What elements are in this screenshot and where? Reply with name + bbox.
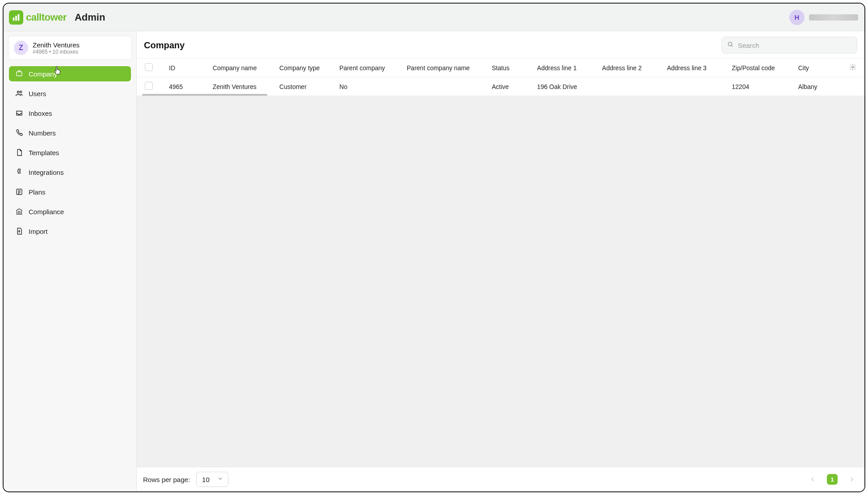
rows-per-page-value: 10 [202,476,210,483]
cell-company-type: Customer [271,77,331,96]
pager-prev[interactable] [806,473,819,486]
cell-city: Albany [790,77,841,96]
header-title: Admin [75,12,105,23]
col-city[interactable]: City [790,59,841,77]
rows-per-page-select[interactable]: 10 [196,472,228,487]
cell-company-name: Zenith Ventures [205,77,271,96]
col-company-name[interactable]: Company name [205,59,271,77]
sidebar-item-label: Import [29,228,48,235]
col-parent-company-name[interactable]: Parent company name [399,59,484,77]
app-header: calltower Admin H [4,4,864,31]
col-address-2[interactable]: Address line 2 [594,59,659,77]
org-meta: #4965 • 10 inboxes [33,49,80,55]
table-area: ID Company name Company type Parent comp… [137,59,864,491]
page-title: Company [144,40,185,51]
cell-parent-company-name [399,77,484,96]
pager: 1 [806,473,858,486]
col-status[interactable]: Status [484,59,529,77]
svg-rect-1 [15,16,17,21]
cell-id: 4965 [161,77,205,96]
sidebar-item-inboxes[interactable]: Inboxes [9,106,131,121]
pager-current[interactable]: 1 [827,474,838,485]
page-header: Company [137,31,864,59]
cell-parent-company: No [331,77,399,96]
brand-word: calltower [26,12,67,23]
col-address-3[interactable]: Address line 3 [659,59,724,77]
search-icon [727,41,734,50]
col-id[interactable]: ID [161,59,205,77]
bank-icon [15,207,23,216]
cell-address-3 [659,77,724,96]
cell-zip: 12204 [724,77,790,96]
cell-address-1: 196 Oak Drive [529,77,594,96]
brand-mark-icon [9,10,23,25]
file-icon [15,148,23,157]
user-name-redacted [809,14,858,21]
sidebar-item-label: Users [29,90,46,97]
pager-next[interactable] [846,473,858,486]
svg-point-5 [20,91,22,93]
sidebar-item-label: Integrations [29,169,63,176]
svg-point-7 [728,42,732,46]
sidebar-item-company[interactable]: Company [9,66,131,81]
col-parent-company[interactable]: Parent company [331,59,399,77]
sidebar-item-label: Inboxes [29,110,52,117]
rows-per-page-label: Rows per page: [143,476,190,483]
svg-rect-2 [18,14,20,21]
sidebar-item-import[interactable]: Import [9,224,131,239]
select-all-cell [137,59,161,77]
cell-status: Active [484,77,529,96]
sidebar-item-label: Compliance [29,208,64,216]
chevron-down-icon [217,476,223,483]
sidebar-item-numbers[interactable]: Numbers [9,125,131,140]
cell-address-2 [594,77,659,96]
phone-icon [15,129,23,137]
company-table: ID Company name Company type Parent comp… [137,59,864,96]
svg-rect-0 [13,17,15,21]
table-settings[interactable] [841,59,864,77]
sidebar-item-templates[interactable]: Templates [9,145,131,160]
select-all-checkbox[interactable] [145,63,153,71]
brand-logo[interactable]: calltower [9,10,67,25]
col-zip[interactable]: Zip/Postal code [724,59,790,77]
main: Company [137,31,864,491]
svg-rect-3 [17,72,22,76]
upload-file-icon [15,227,23,235]
sidebar-nav: Company Users Inboxes [8,66,132,242]
org-card[interactable]: Z Zenith Ventures #4965 • 10 inboxes [8,36,132,60]
row-checkbox[interactable] [145,82,153,90]
sidebar: Z Zenith Ventures #4965 • 10 inboxes Com… [4,31,137,491]
search-wrap [721,37,857,54]
inbox-icon [15,109,23,117]
user-avatar[interactable]: H [789,10,805,25]
scrollbar-thumb[interactable] [142,94,267,96]
puzzle-icon [15,168,23,176]
col-address-1[interactable]: Address line 1 [529,59,594,77]
svg-point-8 [852,66,854,68]
sidebar-item-plans[interactable]: Plans [9,184,131,199]
sidebar-item-label: Plans [29,188,46,196]
sidebar-item-label: Company [29,70,57,78]
svg-point-4 [17,91,20,93]
table-header-row: ID Company name Company type Parent comp… [137,59,864,77]
users-icon [15,89,23,97]
gear-icon [849,65,856,72]
sidebar-item-compliance[interactable]: Compliance [9,204,131,219]
sidebar-item-label: Templates [29,149,59,157]
col-company-type[interactable]: Company type [271,59,331,77]
table-row[interactable]: 4965 Zenith Ventures Customer No Active … [137,77,864,96]
list-icon [15,188,23,196]
org-name: Zenith Ventures [33,41,80,49]
company-icon [15,70,23,78]
sidebar-item-label: Numbers [29,129,56,137]
search-input[interactable] [721,37,857,54]
sidebar-item-integrations[interactable]: Integrations [9,165,131,180]
org-avatar: Z [14,41,28,55]
table-scroll[interactable]: ID Company name Company type Parent comp… [137,59,864,96]
sidebar-item-users[interactable]: Users [9,86,131,101]
table-footer: Rows per page: 10 1 [137,467,864,491]
